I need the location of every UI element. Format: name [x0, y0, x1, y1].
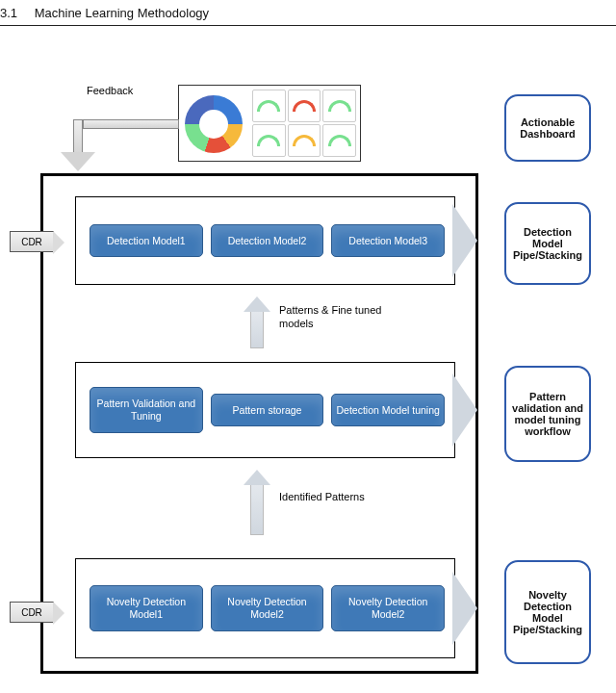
gauge-grid [248, 86, 360, 161]
side-label-detection: Detection Model Pipe/Stacking [504, 202, 591, 285]
novelty-node: Novelty Detection Model2 [331, 585, 445, 630]
connector-label-patterns-fine: Patterns & Fine tuned models [279, 304, 395, 331]
connector-label-identified: Identified Patterns [279, 491, 375, 504]
side-label-dashboard: Actionable Dashboard [504, 94, 591, 162]
feedback-arrow [83, 119, 179, 129]
detection-node: Detection Model2 [211, 224, 324, 258]
pattern-node: Detection Model tuning [331, 394, 445, 427]
detection-node: Detection Model1 [90, 224, 203, 258]
gauge-icon [252, 124, 286, 157]
pattern-pipe-row: Pattern Validation and Tuning Pattern st… [75, 362, 455, 458]
feedback-label: Feedback [87, 85, 133, 96]
gauge-icon [322, 90, 356, 122]
feedback-arrow [73, 119, 83, 156]
cdr-input-bottom: CDR [10, 602, 54, 623]
gauge-icon [288, 90, 321, 122]
connector-stem [250, 483, 264, 535]
gauge-icon [322, 124, 356, 157]
connector-arrowhead-icon [244, 296, 270, 312]
gauge-icon [288, 124, 321, 157]
section-heading: 3.1 Machine Learning Methodology [0, 6, 209, 20]
detection-node: Detection Model3 [331, 224, 445, 258]
heading-rule [0, 25, 616, 26]
detection-pipe-row: Detection Model1 Detection Model2 Detect… [75, 196, 455, 285]
dashboard-thumbnail [178, 85, 361, 162]
section-title: Machine Learning Methodology [35, 6, 209, 20]
donut-chart-icon [185, 95, 243, 153]
novelty-pipe-row: Novelty Detection Model1 Novelty Detecti… [75, 558, 455, 658]
gauge-icon [252, 90, 286, 122]
side-label-pattern: Pattern validation and model tuning work… [504, 366, 591, 462]
feedback-arrow-head [61, 152, 95, 171]
novelty-node: Novelty Detection Model2 [211, 585, 324, 630]
pattern-node: Pattern Validation and Tuning [90, 387, 203, 432]
cdr-input-top: CDR [10, 231, 54, 252]
novelty-node: Novelty Detection Model1 [90, 585, 203, 630]
section-number: 3.1 [0, 6, 31, 20]
connector-arrowhead-icon [244, 470, 270, 485]
pattern-node: Pattern storage [211, 394, 324, 427]
connector-stem [250, 310, 264, 348]
side-label-novelty: Novelty Detection Model Pipe/Stacking [504, 560, 591, 664]
